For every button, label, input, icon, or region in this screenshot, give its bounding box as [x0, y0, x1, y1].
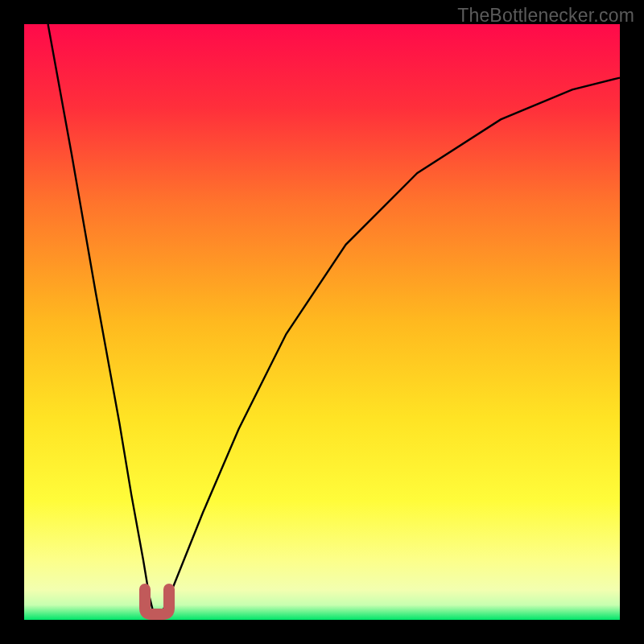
chart-svg	[24, 24, 620, 620]
watermark-text: TheBottlenecker.com	[457, 5, 634, 27]
chart-frame: TheBottlenecker.com	[0, 0, 644, 644]
plot-area	[24, 24, 620, 620]
gradient-background	[24, 24, 620, 620]
